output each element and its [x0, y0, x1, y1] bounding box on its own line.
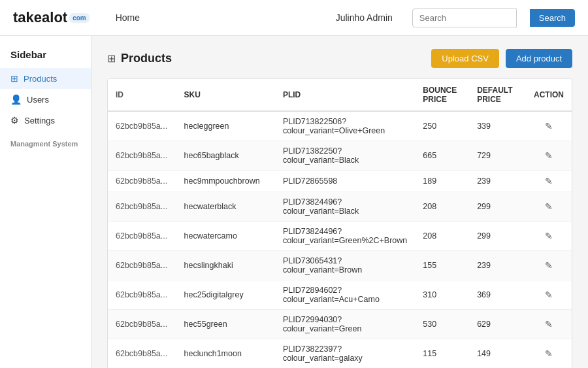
cell-plid: PLID713822506?colour_variant=Olive+Green — [275, 111, 415, 141]
cell-bounce: 208 — [415, 192, 469, 222]
search-input[interactable] — [412, 8, 517, 27]
cell-default: 729 — [469, 141, 526, 171]
cell-default: 239 — [469, 171, 526, 192]
cell-id: 62bcb9b85a... — [108, 192, 176, 222]
cell-plid: PLID72865598 — [275, 171, 415, 192]
upload-csv-button[interactable]: Upload CSV — [431, 49, 499, 68]
table-row: 62bcb9b85a... hecleggreen PLID713822506?… — [108, 111, 572, 141]
cell-bounce: 208 — [415, 222, 469, 251]
col-header-default: DEFAULT PRICE — [469, 79, 526, 111]
cell-plid: PLID73065431?colour_variant=Brown — [275, 251, 415, 280]
cell-id: 62bcb9b85a... — [108, 339, 176, 369]
content-area: ⊞ Products Upload CSV Add product ID SKU… — [91, 36, 588, 368]
cell-default: 149 — [469, 339, 526, 369]
cell-plid: PLID73822397?colour_variant=galaxy — [275, 339, 415, 369]
table-row: 62bcb9b85a... hec25digitalgrey PLID72894… — [108, 280, 572, 310]
cell-bounce: 310 — [415, 280, 469, 310]
cell-id: 62bcb9b85a... — [108, 280, 176, 310]
cell-id: 62bcb9b85a... — [108, 141, 176, 171]
users-icon: 👤 — [10, 94, 22, 105]
navbar: takealot com Home Julinho Admin Search — [0, 0, 588, 36]
table-header: ID SKU PLID BOUNCE PRICE DEFAULT PRICE A… — [108, 79, 572, 111]
table-row: 62bcb9b85a... hecwaterblack PLID73824496… — [108, 192, 572, 222]
cell-plid: PLID73824496?colour_variant=Green%2C+Bro… — [275, 222, 415, 251]
cell-bounce: 530 — [415, 310, 469, 339]
search-button[interactable]: Search — [530, 9, 575, 27]
cell-action[interactable]: ✎ — [526, 280, 572, 310]
edit-icon[interactable]: ✎ — [545, 176, 553, 186]
cell-id: 62bcb9b85a... — [108, 251, 176, 280]
table-body: 62bcb9b85a... hecleggreen PLID713822506?… — [108, 111, 572, 368]
edit-icon[interactable]: ✎ — [545, 201, 553, 212]
cell-action[interactable]: ✎ — [526, 310, 572, 339]
cell-default: 299 — [469, 222, 526, 251]
edit-icon[interactable]: ✎ — [545, 231, 553, 241]
cell-default: 239 — [469, 251, 526, 280]
cell-sku: hecwaterblack — [176, 192, 275, 222]
nav-user-label: Julinho Admin — [336, 12, 393, 23]
cell-sku: hecleggreen — [176, 111, 275, 141]
add-product-button[interactable]: Add product — [506, 49, 572, 68]
logo-text: takealot — [13, 9, 67, 26]
cell-sku: hec25digitalgrey — [176, 280, 275, 310]
edit-icon[interactable]: ✎ — [545, 290, 553, 300]
sidebar-item-settings[interactable]: ⚙ Settings — [0, 110, 91, 131]
cell-sku: hecwatercamo — [176, 222, 275, 251]
table-header-row: ID SKU PLID BOUNCE PRICE DEFAULT PRICE A… — [108, 79, 572, 111]
cell-action[interactable]: ✎ — [526, 222, 572, 251]
cell-default: 339 — [469, 111, 526, 141]
sidebar: Sidebar ⊞ Products 👤 Users ⚙ Settings Ma… — [0, 36, 91, 368]
col-header-plid: PLID — [275, 79, 415, 111]
edit-icon[interactable]: ✎ — [545, 150, 553, 161]
cell-plid: PLID73824496?colour_variant=Black — [275, 192, 415, 222]
cell-sku: heclunch1moon — [176, 339, 275, 369]
table-row: 62bcb9b85a... hecwatercamo PLID73824496?… — [108, 222, 572, 251]
cell-action[interactable]: ✎ — [526, 171, 572, 192]
table-icon: ⊞ — [107, 52, 116, 65]
cell-bounce: 250 — [415, 111, 469, 141]
cell-action[interactable]: ✎ — [526, 111, 572, 141]
sidebar-item-products[interactable]: ⊞ Products — [0, 68, 91, 89]
sidebar-item-settings-label: Settings — [24, 116, 55, 125]
cell-sku: hec55green — [176, 310, 275, 339]
table-row: 62bcb9b85a... hec55green PLID72994030?co… — [108, 310, 572, 339]
header-actions: Upload CSV Add product — [431, 49, 572, 68]
col-header-bounce: BOUNCE PRICE — [415, 79, 469, 111]
cell-id: 62bcb9b85a... — [108, 222, 176, 251]
main-container: Sidebar ⊞ Products 👤 Users ⚙ Settings Ma… — [0, 36, 588, 368]
cell-default: 369 — [469, 280, 526, 310]
cell-action[interactable]: ✎ — [526, 339, 572, 369]
cell-bounce: 189 — [415, 171, 469, 192]
logo-area: takealot com — [13, 9, 90, 26]
page-header: ⊞ Products Upload CSV Add product — [107, 49, 572, 68]
edit-icon[interactable]: ✎ — [545, 348, 553, 359]
cell-sku: hecslingkhaki — [176, 251, 275, 280]
cell-sku: hec9mmpouchbrown — [176, 171, 275, 192]
edit-icon[interactable]: ✎ — [545, 260, 553, 271]
sidebar-item-users[interactable]: 👤 Users — [0, 89, 91, 110]
cell-action[interactable]: ✎ — [526, 141, 572, 171]
edit-icon[interactable]: ✎ — [545, 319, 553, 329]
settings-icon: ⚙ — [10, 115, 19, 125]
col-header-id: ID — [108, 79, 176, 111]
nav-home-link[interactable]: Home — [116, 12, 140, 23]
col-header-action: ACTION — [526, 79, 572, 111]
table-row: 62bcb9b85a... heclunch1moon PLID73822397… — [108, 339, 572, 369]
logo-badge: com — [69, 13, 90, 23]
cell-default: 299 — [469, 192, 526, 222]
cell-default: 629 — [469, 310, 526, 339]
cell-action[interactable]: ✎ — [526, 192, 572, 222]
cell-plid: PLID72894602?colour_variant=Acu+Camo — [275, 280, 415, 310]
cell-action[interactable]: ✎ — [526, 251, 572, 280]
table-row: 62bcb9b85a... hecslingkhaki PLID73065431… — [108, 251, 572, 280]
table-row: 62bcb9b85a... hec65bagblack PLID71382250… — [108, 141, 572, 171]
sidebar-title: Sidebar — [0, 49, 91, 68]
sidebar-item-users-label: Users — [27, 95, 49, 105]
page-title: Products — [121, 52, 172, 65]
cell-sku: hec65bagblack — [176, 141, 275, 171]
sidebar-section-label: Managment System — [0, 131, 91, 150]
table-row: 62bcb9b85a... hec9mmpouchbrown PLID72865… — [108, 171, 572, 192]
products-icon: ⊞ — [10, 73, 18, 84]
edit-icon[interactable]: ✎ — [545, 121, 553, 131]
products-table: ID SKU PLID BOUNCE PRICE DEFAULT PRICE A… — [108, 79, 572, 368]
